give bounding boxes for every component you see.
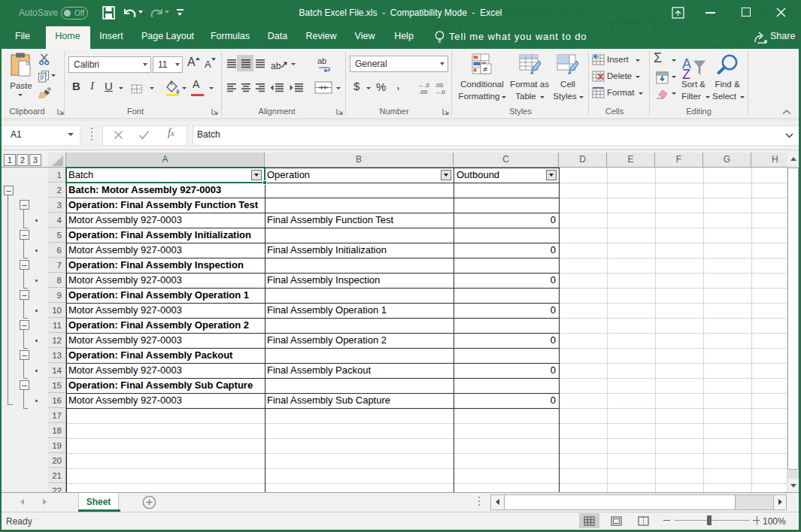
svg-text:.00: .00: [419, 89, 428, 95]
svg-text:.00: .00: [435, 82, 444, 89]
svg-text:ab: ab: [317, 56, 326, 65]
svg-text:≠: ≠: [483, 65, 487, 74]
svg-text:←.0: ←.0: [418, 82, 429, 89]
svg-text:ab: ab: [271, 61, 281, 71]
svg-text:Z: Z: [682, 67, 690, 80]
svg-text:→.0: →.0: [434, 89, 445, 95]
